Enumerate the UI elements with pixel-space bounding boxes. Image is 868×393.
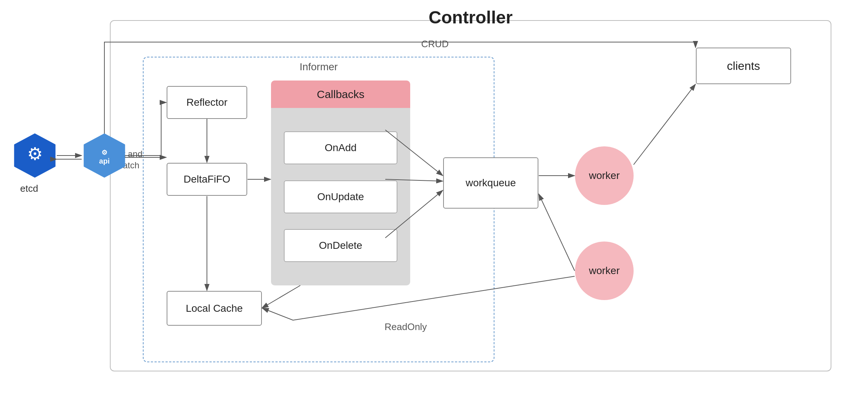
- reflector-box: Reflector: [167, 86, 247, 119]
- svg-text:api: api: [99, 157, 110, 165]
- localcache-box: Local Cache: [167, 291, 262, 326]
- diagram-container: Controller Informer Reflector DeltaFiFO …: [0, 0, 868, 393]
- etcd-label: etcd: [20, 183, 38, 194]
- deltafifo-label: DeltaFiFO: [183, 173, 230, 185]
- worker2-label: worker: [589, 265, 620, 277]
- callbacks-header: Callbacks: [271, 81, 410, 108]
- svg-marker-2: [14, 134, 55, 177]
- localcache-label: Local Cache: [186, 303, 243, 314]
- etcd-icon: ⚙: [14, 134, 55, 177]
- readonly-label: ReadOnly: [385, 321, 427, 333]
- worker-circle-1: worker: [575, 146, 634, 205]
- controller-title: Controller: [110, 7, 831, 27]
- callbacks-title: Callbacks: [317, 88, 364, 101]
- svg-text:⚙: ⚙: [27, 144, 43, 164]
- svg-text:⚙: ⚙: [101, 149, 107, 156]
- worker1-label: worker: [589, 170, 620, 181]
- workqueue-box: workqueue: [443, 157, 538, 209]
- informer-label: Informer: [143, 57, 494, 73]
- onupdate-label: OnUpdate: [317, 191, 364, 203]
- callbacks-body: OnAdd OnUpdate OnDelete: [271, 108, 410, 285]
- workqueue-label: workqueue: [466, 177, 516, 189]
- reflector-label: Reflector: [186, 97, 227, 108]
- onadd-box: OnAdd: [284, 131, 397, 164]
- ondelete-label: OnDelete: [319, 240, 362, 251]
- clients-box: clients: [696, 48, 791, 84]
- deltafifo-box: DeltaFiFO: [167, 163, 247, 196]
- worker-circle-2: worker: [575, 242, 634, 300]
- onupdate-box: OnUpdate: [284, 180, 397, 213]
- clients-label: clients: [727, 59, 760, 73]
- crud-label: CRUD: [421, 38, 449, 50]
- listwatch-label: List and Watch: [112, 148, 142, 171]
- ondelete-box: OnDelete: [284, 229, 397, 262]
- onadd-label: OnAdd: [324, 142, 356, 154]
